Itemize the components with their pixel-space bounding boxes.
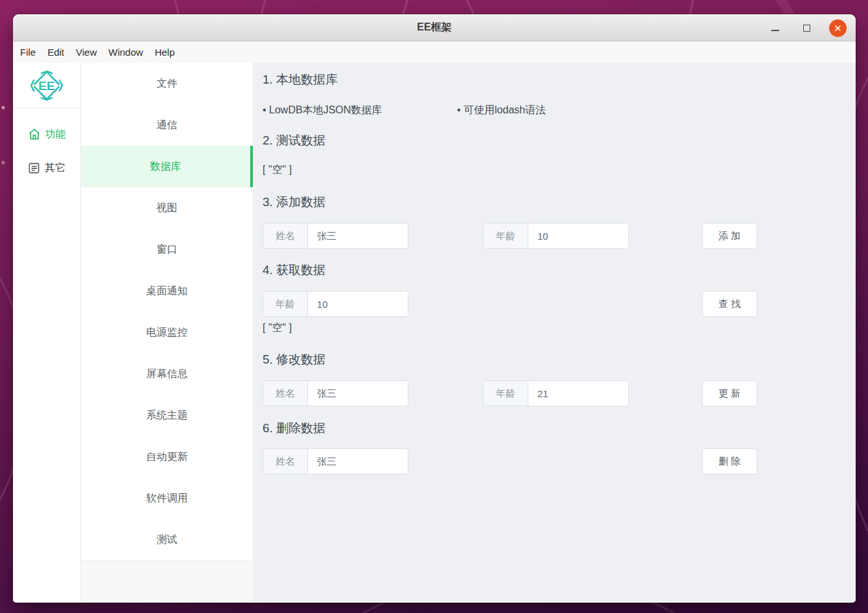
svg-text:EE: EE [38, 79, 54, 93]
nav-item-software-call[interactable]: 软件调用 [81, 478, 253, 519]
nav-item-screen-info[interactable]: 屏幕信息 [81, 353, 253, 395]
section-heading-update-data: 5. 修改数据 [263, 353, 856, 367]
nav-item-communication[interactable]: 通信 [81, 104, 253, 146]
titlebar[interactable]: EE框架 ✕ [13, 14, 856, 41]
nav-item-power-monitor[interactable]: 电源监控 [81, 312, 253, 353]
bullet-lodash: • 可使用lodash语法 [457, 104, 546, 117]
secondary-sidebar: 文件 通信 数据库 视图 窗口 桌面通知 电源监控 屏幕信息 系统主题 自动更新… [81, 63, 253, 602]
section-heading-delete-data: 6. 删除数据 [263, 421, 856, 435]
update-name-input[interactable] [308, 381, 408, 406]
section-heading-add-data: 3. 添加数据 [263, 195, 856, 209]
get-data-result: [ "空" ] [263, 321, 856, 335]
update-name-label: 姓名 [263, 381, 308, 406]
search-button[interactable]: 查 找 [702, 291, 757, 317]
update-age-label: 年龄 [484, 381, 528, 406]
menu-view[interactable]: View [70, 41, 102, 63]
add-age-label: 年龄 [484, 224, 528, 248]
delete-button[interactable]: 删 除 [702, 448, 757, 474]
nav-item-file[interactable]: 文件 [81, 63, 253, 104]
add-name-input[interactable] [308, 224, 408, 248]
menu-window[interactable]: Window [102, 41, 148, 63]
update-button[interactable]: 更 新 [702, 380, 757, 406]
update-age-input[interactable] [528, 381, 628, 406]
add-name-label: 姓名 [263, 224, 308, 248]
nav-item-auto-update[interactable]: 自动更新 [81, 436, 253, 478]
nav-item-desktop-notification[interactable]: 桌面通知 [81, 270, 253, 312]
menu-help[interactable]: Help [149, 41, 181, 63]
nav-item-test[interactable]: 测试 [81, 519, 253, 561]
delete-name-group: 姓名 [263, 448, 408, 474]
section-heading-local-db: 1. 本地数据库 [263, 73, 856, 87]
section-heading-test-data: 2. 测试数据 [263, 133, 856, 148]
menu-edit[interactable]: Edit [41, 41, 70, 63]
bullet-lowdb: • LowDB本地JSON数据库 [263, 104, 457, 117]
menu-file[interactable]: File [14, 41, 41, 63]
delete-name-label: 姓名 [263, 449, 308, 474]
main-content: 1. 本地数据库 • LowDB本地JSON数据库 • 可使用lodash语法 … [253, 63, 856, 602]
add-age-input[interactable] [528, 224, 628, 248]
nav-item-system-theme[interactable]: 系统主题 [81, 395, 253, 436]
minimize-button[interactable] [767, 19, 784, 36]
menubar: File Edit View Window Help [13, 41, 856, 63]
sidebar-item-label: 其它 [45, 161, 65, 175]
delete-name-input[interactable] [308, 449, 408, 474]
sidebar-item-label: 功能 [45, 128, 66, 141]
sidebar-filler [81, 561, 253, 602]
ee-logo-icon: EE [30, 69, 64, 102]
get-age-input[interactable] [308, 292, 408, 316]
list-icon [28, 162, 40, 174]
nav-item-window[interactable]: 窗口 [81, 229, 253, 270]
add-age-group: 年龄 [483, 223, 629, 249]
app-window: EE框架 ✕ File Edit View Window Help [13, 14, 856, 603]
get-age-group: 年龄 [263, 291, 408, 317]
app-logo: EE [13, 63, 80, 108]
add-button[interactable]: 添 加 [702, 223, 757, 249]
nav-item-view[interactable]: 视图 [81, 187, 253, 229]
window-title: EE框架 [417, 21, 451, 34]
nav-item-database[interactable]: 数据库 [81, 146, 253, 187]
maximize-button[interactable] [798, 19, 815, 36]
update-age-group: 年龄 [483, 380, 629, 406]
sidebar-item-functions[interactable]: 功能 [13, 117, 80, 151]
section-heading-get-data: 4. 获取数据 [263, 263, 856, 277]
home-icon [28, 128, 41, 141]
update-name-group: 姓名 [263, 380, 408, 406]
test-data-result: [ "空" ] [263, 163, 856, 177]
primary-sidebar: EE 功能 其它 [13, 63, 81, 602]
close-button[interactable]: ✕ [829, 19, 847, 37]
get-age-label: 年龄 [263, 292, 308, 316]
sidebar-item-other[interactable]: 其它 [13, 151, 80, 185]
add-name-group: 姓名 [263, 223, 408, 249]
